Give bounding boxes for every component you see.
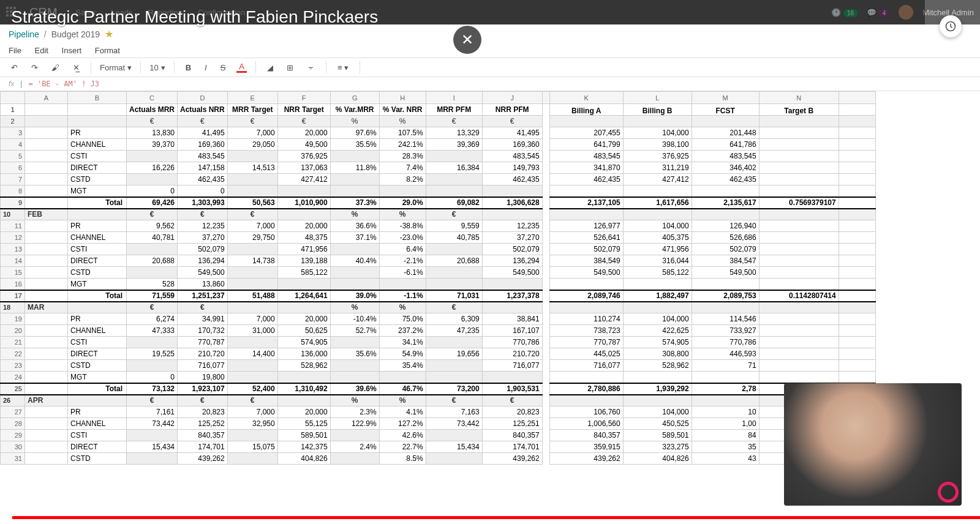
align-button[interactable]: ≡ ▾ [335,62,351,73]
cell[interactable] [542,348,549,360]
row-header[interactable]: 9 [1,197,25,209]
cell[interactable] [692,395,759,406]
cell[interactable]: MAR [25,302,68,313]
cell[interactable] [25,430,68,441]
close-button[interactable]: ✕ [453,26,481,54]
cell[interactable] [542,406,549,418]
header-cell[interactable]: Target B [759,104,839,116]
cell[interactable] [330,337,379,348]
cell[interactable]: 97.6% [330,127,379,139]
cell[interactable]: 405,375 [623,232,692,244]
cell[interactable]: € [227,209,277,220]
cell[interactable] [839,185,875,197]
cell[interactable] [127,244,178,255]
cell[interactable]: 439,262 [178,453,228,465]
row-header[interactable]: 3 [1,127,25,139]
cell[interactable] [25,406,68,418]
cell[interactable]: 125,251 [482,418,542,430]
cell[interactable] [25,383,68,395]
cell[interactable]: 20,688 [127,255,178,267]
cell[interactable]: 114,546 [692,313,759,325]
cell[interactable]: 446,593 [692,348,759,360]
cell[interactable]: 47,235 [426,325,482,337]
menu-file[interactable]: File [9,46,21,55]
cell[interactable]: 376,925 [277,151,330,162]
cell[interactable]: 1,251,237 [178,290,228,302]
cell[interactable]: 39,369 [426,139,482,151]
cell[interactable] [542,279,549,290]
cell[interactable] [839,174,875,185]
cell[interactable] [330,279,379,290]
cell[interactable] [542,255,549,267]
cell[interactable]: 84 [692,430,759,441]
cell[interactable] [330,372,379,383]
cell[interactable] [549,209,623,220]
cell[interactable] [542,174,549,185]
unit-cell[interactable] [759,116,839,127]
cell[interactable] [330,360,379,372]
cell[interactable] [542,337,549,348]
cell[interactable]: 39.6% [330,383,379,395]
history-button[interactable] [940,15,962,37]
cell[interactable]: € [227,395,277,406]
format-dropdown[interactable]: Format ▾ [100,63,132,72]
row-header[interactable]: 27 [1,406,25,418]
cell[interactable]: 73,442 [127,418,178,430]
cell[interactable]: 311,219 [623,162,692,174]
row-header[interactable]: 16 [1,279,25,290]
cell[interactable]: CSTD [68,360,127,372]
cell[interactable]: 237.2% [379,325,426,337]
cell[interactable] [127,174,178,185]
unit-cell[interactable] [623,116,692,127]
cell[interactable] [549,279,623,290]
row-header[interactable]: 18 [1,302,25,313]
cell[interactable] [692,279,759,290]
cell[interactable] [623,185,692,197]
cell[interactable]: 2,78 [692,383,759,395]
unit-cell[interactable] [549,116,623,127]
cell[interactable] [542,232,549,244]
cell[interactable]: 69,082 [426,197,482,209]
cell[interactable]: 139,188 [277,255,330,267]
cell[interactable]: 1,303,993 [178,197,228,209]
clock-icon[interactable]: 🕐 16 [831,8,858,17]
clear-format-button[interactable]: ✕̲ [70,62,82,73]
row-header[interactable]: 15 [1,267,25,279]
cell[interactable]: 2,780,886 [549,383,623,395]
cell[interactable] [25,325,68,337]
cell[interactable] [25,244,68,255]
cell[interactable]: 169,360 [482,139,542,151]
col-header[interactable]: J [482,92,542,104]
cell[interactable]: 4.1% [379,406,426,418]
cell[interactable]: 13,830 [127,127,178,139]
cell[interactable] [227,360,277,372]
cell[interactable]: 167,107 [482,325,542,337]
cell[interactable]: 7,000 [227,127,277,139]
cell[interactable] [25,360,68,372]
row-header[interactable]: 26 [1,395,25,406]
cell[interactable] [549,302,623,313]
cell[interactable] [482,372,542,383]
cell[interactable]: 147,158 [178,162,228,174]
cell[interactable]: -6.1% [379,267,426,279]
cell[interactable]: 0 [127,185,178,197]
col-header[interactable] [542,92,549,104]
cell[interactable]: % [330,302,379,313]
cell[interactable]: 169,360 [178,139,228,151]
header-cell[interactable] [839,104,875,116]
cell[interactable] [379,279,426,290]
cell[interactable]: 439,262 [482,453,542,465]
cell[interactable]: 346,402 [692,162,759,174]
cell[interactable]: 136,294 [482,255,542,267]
row-header[interactable]: 31 [1,453,25,465]
cell[interactable]: 462,435 [692,174,759,185]
cell[interactable]: 104,000 [623,313,692,325]
cell[interactable]: Total [68,197,127,209]
avatar[interactable] [899,5,913,20]
cell[interactable]: € [426,302,482,313]
cell[interactable]: 73,132 [127,383,178,395]
cell[interactable] [426,337,482,348]
cell[interactable] [379,372,426,383]
col-header[interactable]: N [759,92,839,104]
cell[interactable] [227,151,277,162]
